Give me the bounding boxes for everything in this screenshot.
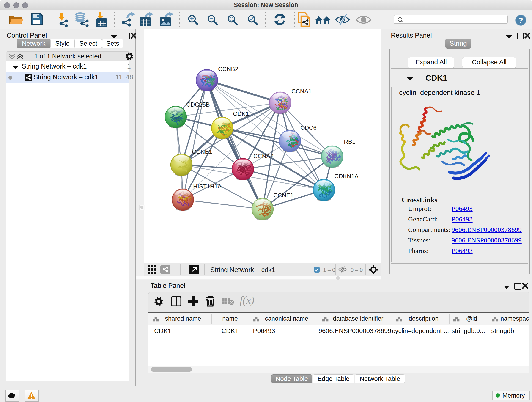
svg-text:CDC6: CDC6 <box>300 124 317 131</box>
svg-text:CCNE1: CCNE1 <box>273 192 293 199</box>
svg-text:CCNB2: CCNB2 <box>218 65 238 72</box>
svg-text:CCNB1: CCNB1 <box>192 148 212 155</box>
svg-text:RB1: RB1 <box>344 138 355 145</box>
svg-text:CDK1: CDK1 <box>233 110 249 117</box>
svg-text:CDKN1A: CDKN1A <box>334 173 359 180</box>
svg-text:CDC25B: CDC25B <box>186 101 210 108</box>
svg-text:CCNA1: CCNA1 <box>291 88 312 95</box>
svg-text:CCNA2: CCNA2 <box>253 153 273 160</box>
svg-text:HIST1H1A: HIST1H1A <box>193 183 222 190</box>
